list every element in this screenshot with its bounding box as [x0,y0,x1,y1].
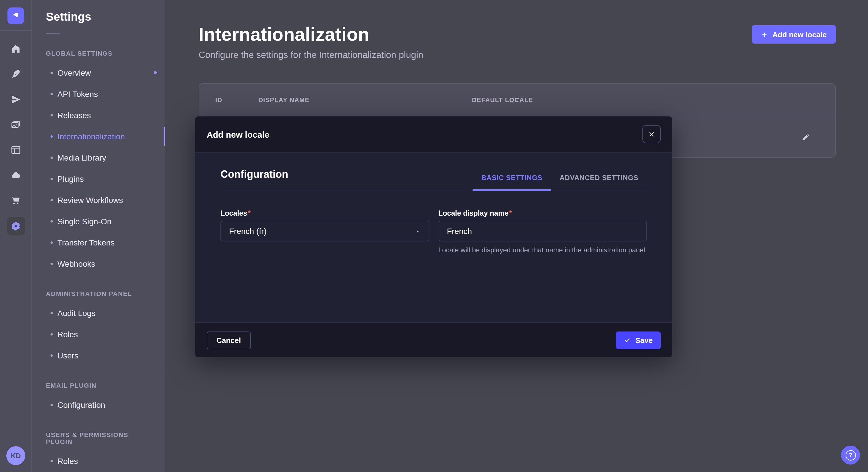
required-asterisk: * [248,209,251,217]
modal-body: Configuration BASIC SETTINGS ADVANCED SE… [195,153,672,322]
display-name-input[interactable] [438,221,647,241]
close-modal-button[interactable] [642,125,661,143]
locales-select-value: French (fr) [229,227,267,236]
strapi-admin-app: KD Settings GLOBAL SETTINGS Overview API… [0,0,868,472]
display-name-label: Locale display name* [438,209,512,217]
configuration-header-row: Configuration BASIC SETTINGS ADVANCED SE… [220,169,647,191]
locales-field: Locales* French (fr) [220,208,429,262]
modal-title: Add new locale [207,129,269,139]
check-icon [624,337,631,343]
display-name-field: Locale display name* Locale will be disp… [438,208,647,262]
add-locale-modal: Add new locale Configuration BASIC SETTI… [195,116,672,357]
cancel-button[interactable]: Cancel [207,331,251,349]
modal-footer: Cancel Save [195,322,672,357]
save-button[interactable]: Save [616,331,661,349]
chevron-down-icon [414,228,421,234]
required-asterisk: * [509,209,512,217]
locales-select[interactable]: French (fr) [220,221,429,241]
tab-basic-settings[interactable]: BASIC SETTINGS [473,174,551,190]
locale-form: Locales* French (fr) Locale display name… [220,208,647,262]
display-name-hint: Locale will be displayed under that name… [438,245,647,256]
modal-header: Add new locale [195,116,672,153]
tab-advanced-settings[interactable]: ADVANCED SETTINGS [551,174,647,190]
locales-label: Locales* [220,209,251,217]
configuration-title: Configuration [220,169,288,181]
settings-tabs: BASIC SETTINGS ADVANCED SETTINGS [473,174,647,190]
close-icon [648,131,655,138]
